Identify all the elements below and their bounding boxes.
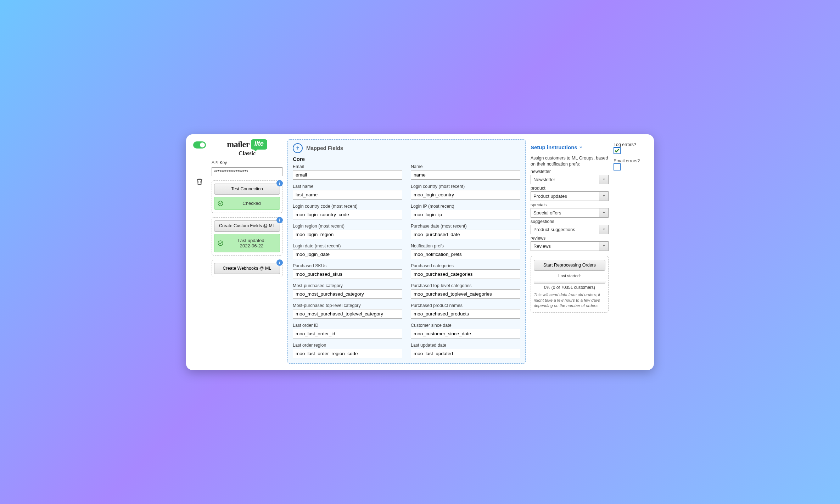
group-dropdown[interactable]: Product suggestions — [531, 225, 609, 234]
chevron-down-icon — [599, 192, 608, 201]
right-column: Setup instructions Assign customers to M… — [531, 139, 609, 364]
field-label: Login region (most recent) — [293, 224, 402, 229]
reprocess-note: This will send data from old orders; it … — [534, 292, 605, 309]
mapped-field: Last updated date — [411, 343, 520, 358]
trash-icon[interactable] — [196, 177, 203, 186]
field-input[interactable] — [293, 170, 402, 180]
info-icon[interactable]: i — [276, 259, 283, 266]
updated-date: 2022-06-22 — [240, 243, 264, 248]
field-label: Customer since date — [411, 323, 520, 328]
group-select-specials: specialsSpecial offers — [531, 202, 609, 218]
api-key-label: API Key — [212, 160, 282, 165]
field-input[interactable] — [293, 190, 402, 200]
field-input[interactable] — [411, 250, 520, 259]
test-connection-button[interactable]: Test Connection — [214, 184, 280, 195]
api-key-input[interactable] — [212, 167, 282, 176]
reprocess-orders-button[interactable]: Start Reprocessing Orders — [534, 260, 605, 271]
svg-point-0 — [218, 201, 223, 206]
connection-status: Checked — [214, 197, 280, 210]
mapped-fields-title: Mapped Fields — [306, 145, 343, 151]
group-value: Product updates — [531, 192, 599, 201]
group-label: newsletter — [531, 169, 609, 174]
log-errors-label: Log errors? — [614, 142, 648, 147]
logo-badge: lite — [251, 139, 267, 150]
progress-text: 0% (0 of 70351 customers) — [534, 285, 605, 290]
field-label: Login IP (most recent) — [411, 204, 520, 209]
chevron-down-icon — [599, 242, 608, 251]
field-input[interactable] — [411, 289, 520, 299]
field-input[interactable] — [293, 230, 402, 239]
sidebar: mailer lite Classic API Key i Test Conne… — [212, 139, 282, 364]
field-input[interactable] — [411, 329, 520, 338]
mapped-field: Purchase date (most recent) — [411, 224, 520, 239]
group-value: Newsletter — [531, 175, 599, 184]
field-input[interactable] — [293, 309, 402, 319]
group-dropdown[interactable]: Product updates — [531, 191, 609, 201]
fields-grid: EmailNameLast nameLogin country (most re… — [293, 164, 520, 358]
field-label: Purchased top-level categories — [411, 283, 520, 288]
group-label: reviews — [531, 236, 609, 241]
group-dropdown[interactable]: Reviews — [531, 241, 609, 251]
mapped-field: Purchased product names — [411, 303, 520, 319]
mapped-field: Customer since date — [411, 323, 520, 338]
field-input[interactable] — [411, 269, 520, 279]
progress-bar — [534, 281, 605, 284]
mapped-field: Purchased SKUs — [293, 263, 402, 279]
settings-panel: mailer lite Classic API Key i Test Conne… — [186, 134, 654, 370]
mapped-field: Last order ID — [293, 323, 402, 338]
group-label: specials — [531, 202, 609, 207]
reprocess-box: Start Reprocessing Orders Last started: … — [531, 256, 609, 313]
field-input[interactable] — [293, 329, 402, 338]
field-input[interactable] — [411, 170, 520, 180]
field-label: Login country (most recent) — [411, 184, 520, 189]
mapped-field: Login date (most recent) — [293, 243, 402, 259]
mapped-field: Purchased top-level categories — [411, 283, 520, 299]
mapped-field: Login country code (most recent) — [293, 204, 402, 219]
field-input[interactable] — [293, 250, 402, 259]
field-label: Purchase date (most recent) — [411, 224, 520, 229]
check-icon — [614, 147, 620, 154]
field-label: Name — [411, 164, 520, 169]
group-dropdown[interactable]: Newsletter — [531, 175, 609, 184]
mapped-field: Login country (most recent) — [411, 184, 520, 200]
svg-point-1 — [218, 241, 223, 246]
logo-brand: mailer — [227, 140, 250, 149]
field-input[interactable] — [293, 269, 402, 279]
info-icon[interactable]: i — [276, 180, 283, 186]
field-label: Purchased product names — [411, 303, 520, 308]
enable-toggle[interactable] — [193, 141, 206, 149]
mapped-field: Purchased categories — [411, 263, 520, 279]
field-input[interactable] — [293, 210, 402, 219]
group-select-product: productProduct updates — [531, 186, 609, 201]
field-input[interactable] — [411, 309, 520, 319]
log-errors-checkbox[interactable] — [614, 147, 621, 154]
field-input[interactable] — [411, 230, 520, 239]
group-label: suggestions — [531, 219, 609, 224]
create-webhooks-button[interactable]: Create Webhooks @ ML — [214, 263, 280, 274]
setup-instructions-link[interactable]: Setup instructions — [531, 144, 583, 150]
field-input[interactable] — [293, 349, 402, 358]
connection-status-text: Checked — [242, 201, 261, 206]
mapped-field: Email — [293, 164, 402, 180]
field-label: Last updated date — [411, 343, 520, 348]
field-label: Most-purchased category — [293, 283, 402, 288]
mapped-field: Login IP (most recent) — [411, 204, 520, 219]
email-errors-checkbox[interactable] — [614, 163, 621, 170]
field-label: Email — [293, 164, 402, 169]
email-errors-label: Email errors? — [614, 158, 648, 163]
reprocess-last-started: Last started: — [534, 274, 605, 278]
field-input[interactable] — [411, 349, 520, 358]
field-input[interactable] — [411, 210, 520, 219]
create-fields-box: i Create Custom Fields @ ML Last updated… — [212, 217, 282, 256]
create-custom-fields-button[interactable]: Create Custom Fields @ ML — [214, 220, 280, 232]
info-icon[interactable]: i — [276, 217, 283, 223]
field-label: Purchased categories — [411, 263, 520, 268]
create-webhooks-box: i Create Webhooks @ ML — [212, 260, 282, 278]
field-input[interactable] — [411, 190, 520, 200]
group-dropdown[interactable]: Special offers — [531, 208, 609, 218]
field-input[interactable] — [293, 289, 402, 299]
field-label: Last order region — [293, 343, 402, 348]
logo-edition: Classic — [212, 150, 282, 157]
group-select-reviews: reviewsReviews — [531, 236, 609, 251]
mapped-field: Notification prefs — [411, 243, 520, 259]
